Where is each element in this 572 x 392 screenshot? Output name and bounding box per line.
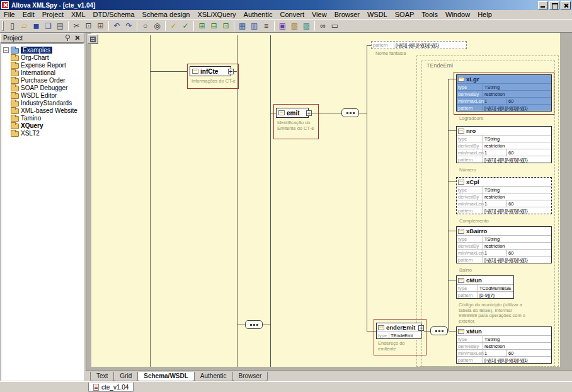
project-item-tamino[interactable]: Tamino (1, 114, 83, 122)
project-item-xslt2[interactable]: XSLT2 (1, 129, 83, 137)
menu-tools[interactable]: Tools (418, 11, 442, 18)
element-xBairro[interactable]: xBairro typeTString derivedByrestriction… (456, 226, 552, 263)
menu-view[interactable]: View (308, 11, 331, 18)
field-label: type (377, 332, 389, 338)
element-icon (378, 325, 384, 330)
append-element-button[interactable]: ⊟ (208, 20, 220, 32)
folder-icon (11, 86, 19, 91)
menu-edit[interactable]: Edit (19, 11, 38, 18)
find-next-button[interactable]: ◎ (151, 20, 163, 32)
menu-soap[interactable]: SOAP (391, 11, 418, 18)
project-panel-header: Project (0, 33, 84, 43)
field-label: type (457, 135, 483, 142)
menu-authentic[interactable]: Authentic (240, 11, 277, 18)
field-value: TString (483, 187, 551, 193)
insert-element-button[interactable]: ⊞ (196, 20, 208, 32)
file-tab[interactable]: cte_v1.04 (88, 383, 134, 392)
project-item-purchase-order[interactable]: Purchase Order (1, 76, 83, 84)
show-globals-button[interactable] (88, 34, 98, 44)
menu-xsl-xquery[interactable]: XSL/XQuery (193, 11, 239, 18)
paste-icon: ⊞ (97, 22, 103, 30)
hyperlink-button[interactable]: ∞ (317, 20, 329, 32)
file-tab-bar: cte_v1.04 (0, 381, 572, 392)
field-value: 60 (507, 250, 551, 256)
project-item-soap-debugger[interactable]: SOAP Debugger (1, 84, 83, 91)
folder-icon (11, 101, 19, 107)
print-button[interactable]: ▤ (54, 20, 66, 32)
project-item-wsdl-editor[interactable]: WSDL Editor (1, 91, 83, 99)
view-tab-grid[interactable]: Grid (113, 372, 138, 381)
info-window-button[interactable]: ▭ (329, 20, 341, 32)
validate-button[interactable]: ✓ (180, 20, 192, 32)
pin-icon[interactable] (64, 34, 72, 42)
element-icon (192, 69, 198, 74)
cut-button[interactable]: ✂ (71, 20, 83, 32)
element-xCpl[interactable]: xCpl typeTString derivedByrestriction mi… (456, 177, 552, 214)
view-tab-authentic[interactable]: Authentic (194, 372, 233, 381)
redo-button[interactable]: ↷ (123, 20, 135, 32)
element-nro[interactable]: nro typeTString derivedByrestriction min… (456, 126, 552, 163)
menu-file[interactable]: File (0, 11, 19, 18)
new-file-button[interactable]: ▯ (6, 20, 18, 32)
menu-window[interactable]: Window (442, 11, 474, 18)
view-tab-text[interactable]: Text (90, 372, 114, 381)
menu-convert[interactable]: Convert (276, 11, 308, 18)
find-button[interactable]: ○ (139, 20, 151, 32)
view-tab-schema-wsdl[interactable]: Schema/WSDL (137, 372, 195, 381)
project-item-expense-report[interactable]: Expense Report (1, 61, 83, 69)
sequence-compositor-icon[interactable] (245, 320, 263, 329)
sequence-compositor-icon[interactable] (341, 108, 359, 117)
xsl-transform-button[interactable]: ▨ (300, 20, 312, 32)
schema-design-button[interactable]: ▣ (277, 20, 289, 32)
save-file-button[interactable]: ◼ (30, 20, 42, 32)
view-tab-browser[interactable]: Browser (232, 372, 268, 381)
project-item-xquery[interactable]: XQuery (1, 122, 83, 129)
project-item-examples[interactable]: Examples (1, 46, 83, 54)
menu-wsdl[interactable]: WSDL (363, 11, 391, 18)
element-xLgr[interactable]: xLgr typeTString derivedByrestriction mi… (456, 74, 552, 112)
element-enderEmit[interactable]: enderEmit typeTEndeEmi (376, 323, 421, 339)
field-label: pattern (457, 292, 478, 298)
expand-icon[interactable] (306, 110, 312, 116)
open-folder-button[interactable]: ▱ (18, 20, 30, 32)
project-item-international[interactable]: International (1, 69, 83, 76)
toolbar-separator (165, 21, 166, 31)
project-item-org-chart[interactable]: Org-Chart (1, 54, 83, 61)
undo-button[interactable]: ↶ (111, 20, 123, 32)
element-infCte[interactable]: infCte (190, 66, 231, 76)
menu-help[interactable]: Help (474, 11, 496, 18)
minimize-button[interactable] (538, 1, 548, 9)
menu-xml[interactable]: XML (67, 11, 89, 18)
table-view-button[interactable]: ▥ (248, 20, 260, 32)
connector-line (150, 35, 151, 367)
project-item-industrystandards[interactable]: IndustryStandards (1, 99, 83, 107)
field-label: pattern (457, 105, 483, 111)
element-xMun[interactable]: xMun typeTString derivedByrestriction mi… (456, 326, 552, 364)
add-child-element-button[interactable]: ⊡ (220, 20, 232, 32)
maximize-button[interactable] (549, 1, 559, 9)
redo-icon: ↷ (125, 22, 132, 30)
expand-icon[interactable] (228, 69, 234, 74)
collapse-icon[interactable] (3, 47, 9, 53)
element-emit[interactable]: emit (276, 108, 309, 118)
open-folder-icon: ▱ (21, 22, 27, 30)
save-all-button[interactable]: ❏ (42, 20, 54, 32)
project-item-label: Purchase Order (21, 77, 66, 84)
close-panel-icon[interactable] (73, 34, 81, 42)
element-cMun[interactable]: cMun typeTCodMunIBGE pattern[0-9]{7} (456, 275, 514, 299)
menu-project[interactable]: Project (38, 11, 67, 18)
project-item-xml-based-website[interactable]: XML-based Website (1, 107, 83, 114)
text-view-button[interactable]: ≡ (260, 20, 272, 32)
copy-button[interactable]: ⊡ (83, 20, 94, 32)
menu-browser[interactable]: Browser (331, 11, 363, 18)
expand-icon[interactable] (418, 325, 424, 331)
menu-schema-design[interactable]: Schema design (139, 11, 194, 18)
toolbar-grip[interactable] (2, 21, 4, 31)
close-button[interactable] (561, 1, 571, 9)
paste-button[interactable]: ⊞ (94, 20, 106, 32)
field-label: pattern (372, 42, 394, 49)
menu-dtd-schema[interactable]: DTD/Schema (89, 11, 139, 18)
database-query-button[interactable]: ▧ (289, 20, 300, 32)
grid-view-button[interactable]: ▦ (236, 20, 248, 32)
check-well-formed-button[interactable]: ✓ (168, 20, 180, 32)
